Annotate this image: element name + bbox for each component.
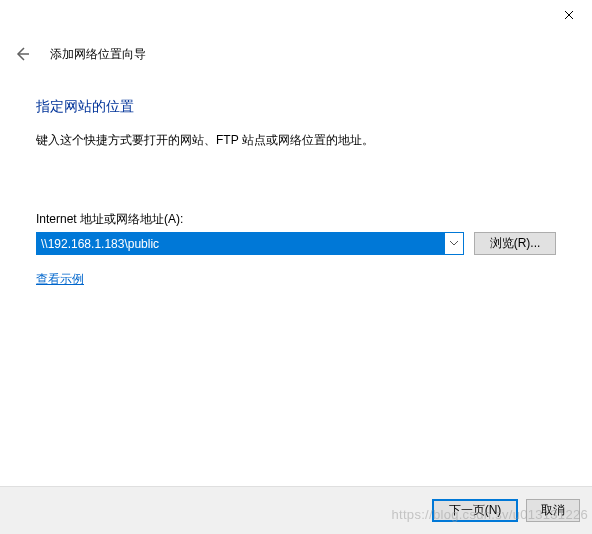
arrow-left-icon [14, 46, 30, 62]
close-icon [564, 10, 574, 20]
close-button[interactable] [546, 0, 592, 30]
dropdown-button[interactable] [445, 233, 463, 254]
view-example-link[interactable]: 查看示例 [36, 272, 84, 286]
address-combobox[interactable] [36, 232, 464, 255]
chevron-down-icon [450, 241, 458, 246]
wizard-title: 添加网络位置向导 [50, 46, 146, 63]
content-area: 指定网站的位置 键入这个快捷方式要打开的网站、FTP 站点或网络位置的地址。 I… [0, 68, 592, 288]
footer: 下一页(N) 取消 [0, 486, 592, 534]
page-heading: 指定网站的位置 [36, 98, 556, 116]
next-button[interactable]: 下一页(N) [432, 499, 518, 522]
cancel-button[interactable]: 取消 [526, 499, 580, 522]
header-row: 添加网络位置向导 [0, 32, 592, 68]
back-button[interactable] [12, 44, 32, 64]
address-row: 浏览(R)... [36, 232, 556, 255]
address-input[interactable] [37, 233, 445, 254]
browse-button[interactable]: 浏览(R)... [474, 232, 556, 255]
page-description: 键入这个快捷方式要打开的网站、FTP 站点或网络位置的地址。 [36, 132, 556, 149]
titlebar [0, 0, 592, 32]
address-label: Internet 地址或网络地址(A): [36, 211, 556, 228]
